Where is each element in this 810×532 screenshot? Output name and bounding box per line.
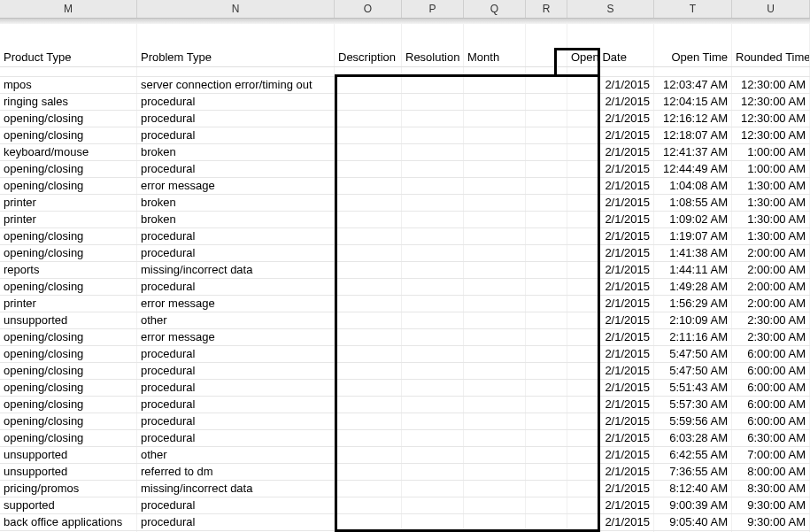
cell-open-time[interactable]: 12:04:15 AM xyxy=(654,94,732,110)
cell-month[interactable] xyxy=(464,94,526,110)
cell-open-date[interactable]: 2/1/2015 xyxy=(567,397,654,412)
cell-open-time[interactable]: 6:03:28 AM xyxy=(654,430,732,446)
cell-open-date[interactable]: 2/1/2015 xyxy=(567,111,654,127)
cell-month[interactable] xyxy=(464,77,526,93)
cell-month[interactable] xyxy=(464,346,526,362)
cell-open-time[interactable]: 1:44:11 AM xyxy=(654,262,732,278)
cell-open-date[interactable]: 2/1/2015 xyxy=(567,312,654,328)
cell-problem-type[interactable]: procedural xyxy=(137,430,335,446)
cell-open-time[interactable]: 6:42:55 AM xyxy=(654,447,732,463)
cell-product-type[interactable]: back office applications xyxy=(0,514,137,530)
cell-blank[interactable] xyxy=(526,447,567,463)
cell-resolution[interactable] xyxy=(402,497,464,513)
cell-month[interactable] xyxy=(464,144,526,160)
cell-open-date[interactable]: 2/1/2015 xyxy=(567,363,654,379)
cell-open-time[interactable]: 1:19:07 AM xyxy=(654,228,732,244)
cell-open-date[interactable]: 2/1/2015 xyxy=(567,413,654,429)
cell-open-date[interactable]: 2/1/2015 xyxy=(567,178,654,194)
cell-month[interactable] xyxy=(464,178,526,194)
cell-open-date[interactable]: 2/1/2015 xyxy=(567,144,654,160)
cell-resolution[interactable] xyxy=(402,245,464,261)
cell-blank[interactable] xyxy=(526,212,567,227)
cell-open-date[interactable]: 2/1/2015 xyxy=(567,430,654,446)
cell-blank[interactable] xyxy=(526,397,567,412)
cell-description[interactable] xyxy=(335,481,402,497)
cell-rounded-time[interactable]: 8:30:00 AM xyxy=(732,481,810,497)
cell-description[interactable] xyxy=(335,94,402,110)
cell-product-type[interactable]: unsupported xyxy=(0,312,137,328)
cell-product-type[interactable]: unsupported xyxy=(0,447,137,463)
cell-problem-type[interactable]: error message xyxy=(137,178,335,194)
cell-problem-type[interactable]: procedural xyxy=(137,380,335,396)
cell-blank[interactable] xyxy=(526,127,567,143)
cell-resolution[interactable] xyxy=(402,481,464,497)
cell-month[interactable] xyxy=(464,212,526,227)
cell-month[interactable] xyxy=(464,397,526,412)
cell-description[interactable] xyxy=(335,397,402,412)
cell-resolution[interactable] xyxy=(402,397,464,412)
cell-blank[interactable] xyxy=(526,262,567,278)
cell-problem-type[interactable]: procedural xyxy=(137,228,335,244)
cell-blank[interactable] xyxy=(526,346,567,362)
cell-blank[interactable] xyxy=(526,94,567,110)
cell-month[interactable] xyxy=(464,161,526,177)
cell-blank[interactable] xyxy=(526,296,567,312)
cell-open-date[interactable]: 2/1/2015 xyxy=(567,497,654,513)
cell-resolution[interactable] xyxy=(402,464,464,480)
cell-problem-type[interactable]: referred to dm xyxy=(137,464,335,480)
cell-product-type[interactable]: opening/closing xyxy=(0,329,137,345)
cell-open-date[interactable]: 2/1/2015 xyxy=(567,279,654,295)
cell-open-date[interactable]: 2/1/2015 xyxy=(567,161,654,177)
cell-open-time[interactable]: 9:05:40 AM xyxy=(654,514,732,530)
cell-resolution[interactable] xyxy=(402,178,464,194)
cell-description[interactable] xyxy=(335,514,402,530)
cell-problem-type[interactable]: broken xyxy=(137,195,335,211)
cell-description[interactable] xyxy=(335,464,402,480)
cell-resolution[interactable] xyxy=(402,346,464,362)
cell-product-type[interactable]: opening/closing xyxy=(0,161,137,177)
field-header-open-date[interactable]: Open Date xyxy=(567,49,654,66)
cell-open-time[interactable]: 5:51:43 AM xyxy=(654,380,732,396)
cell-month[interactable] xyxy=(464,447,526,463)
cell-blank[interactable] xyxy=(526,481,567,497)
cell-description[interactable] xyxy=(335,346,402,362)
cell-month[interactable] xyxy=(464,312,526,328)
cell-open-time[interactable]: 12:03:47 AM xyxy=(654,77,732,93)
cell-month[interactable] xyxy=(464,245,526,261)
cell-product-type[interactable]: printer xyxy=(0,296,137,312)
cell-open-date[interactable]: 2/1/2015 xyxy=(567,296,654,312)
cell-resolution[interactable] xyxy=(402,447,464,463)
cell-open-time[interactable]: 1:09:02 AM xyxy=(654,212,732,227)
cell-rounded-time[interactable]: 9:30:00 AM xyxy=(732,514,810,530)
cell-problem-type[interactable]: procedural xyxy=(137,363,335,379)
cell-product-type[interactable]: mpos xyxy=(0,77,137,93)
cell-product-type[interactable]: supported xyxy=(0,497,137,513)
cell-rounded-time[interactable]: 12:30:00 AM xyxy=(732,77,810,93)
cell-description[interactable] xyxy=(335,245,402,261)
cell-open-time[interactable]: 1:04:08 AM xyxy=(654,178,732,194)
cell-open-time[interactable]: 7:36:55 AM xyxy=(654,464,732,480)
cell-blank[interactable] xyxy=(526,430,567,446)
cell-description[interactable] xyxy=(335,329,402,345)
cell-problem-type[interactable]: procedural xyxy=(137,245,335,261)
cell-blank[interactable] xyxy=(526,514,567,530)
cell-rounded-time[interactable]: 12:30:00 AM xyxy=(732,111,810,127)
cell-open-time[interactable]: 5:59:56 AM xyxy=(654,413,732,429)
cell-rounded-time[interactable]: 7:00:00 AM xyxy=(732,447,810,463)
column-header-O[interactable]: O xyxy=(335,0,402,18)
field-header-resolution[interactable]: Resolution xyxy=(402,49,464,66)
cell-open-time[interactable]: 2:11:16 AM xyxy=(654,329,732,345)
cell-blank[interactable] xyxy=(526,380,567,396)
cell-resolution[interactable] xyxy=(402,279,464,295)
cell-product-type[interactable]: opening/closing xyxy=(0,413,137,429)
cell-resolution[interactable] xyxy=(402,228,464,244)
cell-product-type[interactable]: ringing sales xyxy=(0,94,137,110)
cell-problem-type[interactable]: server connection error/timing out xyxy=(137,77,335,93)
cell-open-date[interactable]: 2/1/2015 xyxy=(567,195,654,211)
cell-rounded-time[interactable]: 6:00:00 AM xyxy=(732,397,810,412)
cell-rounded-time[interactable]: 1:30:00 AM xyxy=(732,178,810,194)
cell-open-time[interactable]: 12:44:49 AM xyxy=(654,161,732,177)
cell-product-type[interactable]: printer xyxy=(0,212,137,227)
cell-blank[interactable] xyxy=(526,464,567,480)
cell-resolution[interactable] xyxy=(402,363,464,379)
